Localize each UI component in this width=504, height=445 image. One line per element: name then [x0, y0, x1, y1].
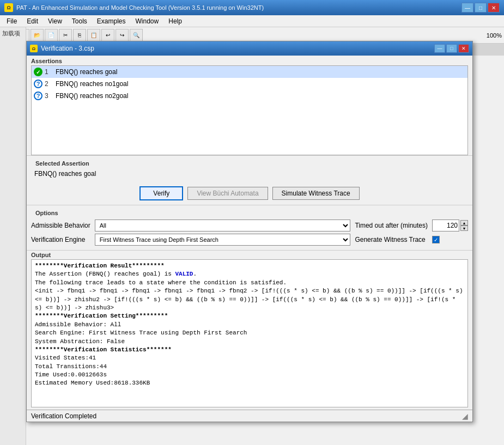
- assertion-icon-1: ✓: [34, 68, 42, 76]
- verify-button[interactable]: Verify: [139, 186, 183, 200]
- timeout-spin-buttons: ▲ ▼: [460, 220, 468, 231]
- output-area[interactable]: ********Verification Result********* The…: [31, 259, 468, 407]
- assertion-num-1: 1: [45, 68, 56, 76]
- output-line-8: Search Engine: First Witness Trace using…: [35, 329, 464, 337]
- options-section-label: Options: [31, 208, 468, 217]
- output-line-13: Total Transitions:44: [35, 363, 464, 371]
- toolbar-btn-8[interactable]: ↩: [101, 29, 114, 42]
- selected-assertion-label: Selected Assertion: [31, 158, 468, 168]
- dialog-minimize-button[interactable]: —: [434, 44, 445, 53]
- timeout-spin-down[interactable]: ▼: [460, 225, 468, 231]
- toolbar-btn-10[interactable]: 🔍: [130, 29, 143, 42]
- dialog-maximize-button[interactable]: □: [446, 44, 457, 53]
- dialog-title-controls: — □ ✕: [434, 44, 469, 53]
- background-app: Ω PAT - An Enhanced Simulation and Model…: [0, 0, 504, 445]
- timeout-spin-up[interactable]: ▲: [460, 220, 468, 225]
- assertion-text-1: FBNQ() reaches goal: [56, 68, 117, 76]
- options-grid: Admissible Behavior All Timed out after …: [31, 217, 468, 248]
- output-section: Output ********Verification Result******…: [27, 250, 472, 410]
- output-line-11: ********Verification Statistics*******: [35, 346, 464, 354]
- left-sidebar: 加载项: [0, 27, 26, 445]
- assertions-table: ✓ 1 FBNQ() reaches goal ? 2 FBNQ() reach…: [31, 65, 468, 155]
- output-line-4: <init -> fbnq1 -> fbnq1 -> fbnq1 -> fbnq…: [35, 287, 464, 312]
- generate-witness-label: Generate Witness Trace: [355, 236, 428, 243]
- assertion-icon-2: ?: [34, 80, 42, 88]
- output-valid-text: VALID: [175, 271, 193, 277]
- generate-witness-checkbox-container: ✓: [432, 236, 468, 243]
- menu-file[interactable]: File: [2, 16, 21, 26]
- assertion-row-3[interactable]: ? 3 FBNQ() reaches no2goal: [32, 90, 467, 102]
- output-line-2: The Assertion (FBNQ() reaches goal) is V…: [35, 270, 464, 278]
- close-button[interactable]: ✕: [488, 3, 500, 13]
- maximize-button[interactable]: □: [475, 3, 487, 13]
- bg-app-icon: Ω: [4, 3, 13, 12]
- bg-title-controls: — □ ✕: [462, 3, 500, 13]
- timeout-input[interactable]: 120: [432, 220, 459, 231]
- output-line-6: ********Verification Setting*********: [35, 312, 464, 320]
- assertions-section-label: Assertions: [27, 56, 472, 65]
- menu-tools[interactable]: Tools: [68, 16, 92, 26]
- dialog-icon: Ω: [30, 45, 38, 52]
- assertion-num-3: 3: [45, 92, 56, 100]
- output-line-1: ********Verification Result*********: [35, 262, 464, 270]
- toolbar-btn-9[interactable]: ↪: [116, 29, 129, 42]
- assertion-text-3: FBNQ() reaches no2goal: [56, 92, 128, 100]
- dialog-title: Verification - 3.csp: [41, 45, 94, 52]
- output-section-label: Output: [27, 251, 472, 259]
- menu-help[interactable]: Help: [164, 16, 186, 26]
- toolbar-btn-7[interactable]: 📋: [87, 29, 100, 42]
- output-line-7: Admissible Behavior: All: [35, 321, 464, 329]
- dialog-title-bar[interactable]: Ω Verification - 3.csp — □ ✕: [27, 41, 472, 56]
- admissible-behavior-select[interactable]: All: [95, 220, 351, 231]
- menu-window[interactable]: Window: [131, 16, 163, 26]
- dialog-content: Assertions ✓ 1 FBNQ() reaches goal ? 2 F…: [27, 56, 472, 422]
- menu-bar: File Edit View Tools Examples Window Hel…: [0, 15, 504, 27]
- minimize-button[interactable]: —: [462, 3, 473, 13]
- assertion-icon-3: ?: [34, 92, 42, 100]
- assertion-row-1[interactable]: ✓ 1 FBNQ() reaches goal: [32, 66, 467, 78]
- output-line-15: Estimated Memory Used:8618.336KB: [35, 379, 464, 387]
- bg-app-title: PAT - An Enhanced Simulation and Model C…: [16, 4, 264, 11]
- zoom-level: 100%: [487, 32, 502, 39]
- selected-assertion-section: Selected Assertion FBNQ() reaches goal: [27, 155, 472, 182]
- menu-examples[interactable]: Examples: [93, 16, 130, 26]
- checkmark-icon: ✓: [434, 237, 438, 243]
- toolbar-btn-3[interactable]: 📂: [31, 29, 44, 42]
- status-text: Verification Completed: [31, 412, 96, 420]
- menu-view[interactable]: View: [44, 16, 66, 26]
- output-line-12: Visited States:41: [35, 354, 464, 362]
- assertion-row-2[interactable]: ? 2 FBNQ() reaches no1goal: [32, 78, 467, 90]
- resize-icon[interactable]: ◢: [462, 412, 468, 420]
- view-buchi-button[interactable]: View Büchi Automata: [187, 187, 268, 200]
- assertion-num-2: 2: [45, 80, 56, 88]
- generate-witness-checkbox[interactable]: ✓: [432, 236, 440, 243]
- bg-title-bar: Ω PAT - An Enhanced Simulation and Model…: [0, 0, 504, 15]
- output-line-3: The following trace leads to a state whe…: [35, 279, 464, 287]
- verification-engine-label: Verification Engine: [31, 236, 90, 243]
- buttons-row: Verify View Büchi Automata Simulate Witn…: [27, 182, 472, 205]
- sidebar-label: 加载项: [0, 27, 26, 40]
- selected-assertion-text: FBNQ() reaches goal: [31, 168, 468, 180]
- verification-dialog: Ω Verification - 3.csp — □ ✕ Assertions …: [26, 41, 473, 422]
- dialog-close-button[interactable]: ✕: [458, 44, 469, 53]
- admissible-behavior-label: Admissible Behavior: [31, 222, 90, 229]
- timeout-spinbox-container: 120 ▲ ▼: [432, 220, 468, 231]
- generate-witness-text: Generate Witness Trace: [355, 236, 425, 243]
- assertion-text-2: FBNQ() reaches no1goal: [56, 80, 128, 88]
- verification-engine-select[interactable]: First Witness Trace using Depth First Se…: [95, 234, 351, 246]
- menu-edit[interactable]: Edit: [22, 16, 42, 26]
- output-line-14: Time Used:0.0012663s: [35, 371, 464, 379]
- toolbar-btn-4[interactable]: 📄: [45, 29, 58, 42]
- toolbar-btn-5[interactable]: ✂: [59, 29, 72, 42]
- status-bar: Verification Completed ◢: [27, 410, 472, 422]
- options-section: Options Admissible Behavior All Timed ou…: [27, 205, 472, 250]
- simulate-witness-button[interactable]: Simulate Witness Trace: [272, 187, 360, 200]
- output-line-9: System Abstraction: False: [35, 338, 464, 346]
- toolbar-btn-6[interactable]: ⎘: [73, 29, 86, 42]
- timeout-label: Timed out after (minutes): [355, 222, 428, 229]
